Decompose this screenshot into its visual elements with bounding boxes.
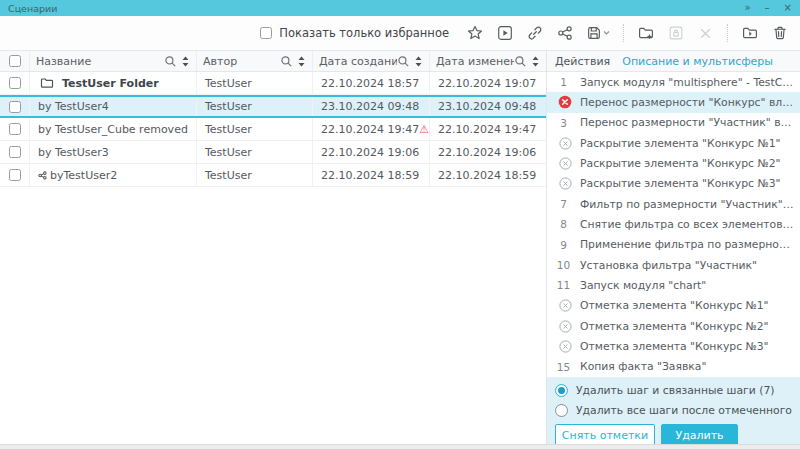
action-step[interactable]: 15 Копия факта "Заявка" xyxy=(547,357,800,377)
scenarios-table: Название Автор Дата создания xyxy=(0,50,546,444)
step-text: Применение фильтра по размерности "" xyxy=(580,238,794,251)
action-step[interactable]: 8 Снятие фильтра со всех элементов разме… xyxy=(547,214,800,234)
search-icon[interactable] xyxy=(514,55,527,68)
row-checkbox[interactable] xyxy=(9,77,21,89)
new-folder-icon[interactable] xyxy=(637,25,654,42)
toolbar-separator xyxy=(727,24,728,42)
step-skip-icon[interactable] xyxy=(559,157,572,170)
favorites-checkbox[interactable] xyxy=(260,27,272,39)
step-number: 8 xyxy=(555,218,572,230)
select-all-checkbox[interactable] xyxy=(9,55,21,67)
action-step[interactable]: 10 Установка фильтра "Участник" xyxy=(547,255,800,275)
run-scenario-icon[interactable] xyxy=(496,25,513,42)
radio-button[interactable] xyxy=(555,384,568,397)
action-step[interactable]: 9 Применение фильтра по размерности "" xyxy=(547,235,800,255)
row-modified: 22.10.2024 18:59 xyxy=(438,169,536,182)
action-step[interactable]: Отметка элемента "Конкурс №1" xyxy=(547,296,800,316)
radio-label: Удалить все шаги после отмеченного xyxy=(576,404,792,417)
minimize-icon[interactable]: – xyxy=(765,3,770,13)
star-icon[interactable] xyxy=(466,25,483,42)
action-step[interactable]: Отметка элемента "Конкурс №3" xyxy=(547,336,800,356)
tab-actions[interactable]: Действия xyxy=(555,55,610,68)
delete-trash-icon[interactable] xyxy=(771,25,788,42)
row-checkbox[interactable] xyxy=(9,123,21,135)
delete-options: Удалить шаг и связанные шаги (7) Удалить… xyxy=(547,380,800,420)
toolbar: Показать только избранное xyxy=(0,16,800,50)
radio-button[interactable] xyxy=(555,404,568,417)
share-icon[interactable] xyxy=(556,25,573,42)
row-modified: 23.10.2024 09:48 xyxy=(438,100,536,113)
shared-icon xyxy=(38,171,47,180)
row-created: 22.10.2024 19:06 xyxy=(321,146,419,159)
sort-icon[interactable] xyxy=(531,55,540,68)
tab-description-multispheres[interactable]: Описание и мультисферы xyxy=(622,55,773,68)
row-checkbox[interactable] xyxy=(9,101,21,113)
action-step[interactable]: 3 Перенос размерности "Участник" влево xyxy=(547,113,800,133)
column-header-modified[interactable]: Дата изменения xyxy=(430,51,546,71)
favorites-label: Показать только избранное xyxy=(279,26,449,40)
step-text: Отметка элемента "Конкурс №3" xyxy=(580,340,769,353)
step-marked-icon[interactable] xyxy=(558,95,572,109)
table-body: TestUser Folder TestUser 22.10.2024 18:5… xyxy=(0,72,546,187)
action-step[interactable]: Раскрытие элемента "Конкурс №3" xyxy=(547,174,800,194)
step-text: Копия факта "Заявка" xyxy=(580,360,706,373)
sort-icon[interactable] xyxy=(181,55,190,68)
column-header-created[interactable]: Дата создания xyxy=(313,51,430,71)
table-row[interactable]: TestUser Folder TestUser 22.10.2024 18:5… xyxy=(0,72,546,95)
step-skip-icon[interactable] xyxy=(559,177,572,190)
search-icon[interactable] xyxy=(280,55,293,68)
delete-option[interactable]: Удалить шаг и связанные шаги (7) xyxy=(547,380,800,400)
row-checkbox[interactable] xyxy=(9,146,21,158)
save-icon[interactable] xyxy=(586,25,610,42)
step-skip-icon[interactable] xyxy=(559,137,572,150)
lock-icon[interactable] xyxy=(667,25,684,42)
titlebar: Сценарии » – × xyxy=(0,0,800,16)
sort-icon[interactable] xyxy=(297,55,306,68)
step-text: Запуск модуля "multisphere" - TestCubeAG xyxy=(580,76,794,89)
column-header-author[interactable]: Автор xyxy=(197,51,313,71)
table-row[interactable]: by TestUser4 TestUser 23.10.2024 09:48 2… xyxy=(0,95,546,118)
step-number: 15 xyxy=(555,361,572,373)
step-text: Раскрытие элемента "Конкурс №3" xyxy=(580,177,781,190)
row-created: 22.10.2024 19:47 xyxy=(321,123,419,136)
step-number: 7 xyxy=(555,198,572,210)
action-step[interactable]: 11 Запуск модуля "chart" xyxy=(547,275,800,295)
action-step[interactable]: Перенос размерности "Конкурс" влево xyxy=(547,92,800,112)
bottom-strip xyxy=(0,444,800,449)
action-step[interactable]: Отметка элемента "Конкурс №2" xyxy=(547,316,800,336)
step-skip-icon[interactable] xyxy=(559,299,572,312)
table-row[interactable]: by TestUser_Cube removed TestUser 22.10.… xyxy=(0,118,546,141)
cancel-x-icon[interactable] xyxy=(697,25,714,42)
favorites-filter[interactable]: Показать только избранное xyxy=(260,26,449,40)
step-number: 3 xyxy=(555,117,572,129)
window-title: Сценарии xyxy=(8,3,57,14)
expand-panel-icon[interactable]: » xyxy=(744,3,750,13)
row-author: TestUser xyxy=(205,146,252,159)
link-icon[interactable] xyxy=(526,25,543,42)
action-step[interactable]: 1 Запуск модуля "multisphere" - TestCube… xyxy=(547,72,800,92)
step-text: Отметка элемента "Конкурс №1" xyxy=(580,299,769,312)
step-text: Перенос размерности "Конкурс" влево xyxy=(580,96,794,109)
step-skip-icon[interactable] xyxy=(559,340,572,353)
footer-buttons: Снять отметки Удалить xyxy=(547,420,800,447)
delete-option[interactable]: Удалить все шаги после отмеченного xyxy=(547,400,800,420)
move-to-folder-icon[interactable] xyxy=(741,25,758,42)
step-skip-icon[interactable] xyxy=(559,320,572,333)
step-number: 11 xyxy=(555,279,572,291)
close-icon[interactable]: × xyxy=(784,3,792,13)
table-row[interactable]: byTestUser2 TestUser 22.10.2024 18:59 22… xyxy=(0,164,546,187)
table-row[interactable]: by TestUser3 TestUser 22.10.2024 19:06 2… xyxy=(0,141,546,164)
row-created: 22.10.2024 18:57 xyxy=(321,77,419,90)
column-header-name[interactable]: Название xyxy=(30,51,197,71)
step-text: Раскрытие элемента "Конкурс №1" xyxy=(580,137,781,150)
search-icon[interactable] xyxy=(397,55,410,68)
search-icon[interactable] xyxy=(164,55,177,68)
row-checkbox[interactable] xyxy=(9,169,21,181)
sort-icon[interactable] xyxy=(414,55,423,68)
row-name: by TestUser4 xyxy=(38,100,109,113)
action-step[interactable]: Раскрытие элемента "Конкурс №1" xyxy=(547,133,800,153)
action-step[interactable]: Раскрытие элемента "Конкурс №2" xyxy=(547,153,800,173)
action-step[interactable]: 7 Фильтр по размерности "Участник" по па… xyxy=(547,194,800,214)
row-name: TestUser Folder xyxy=(62,77,159,90)
folder-icon xyxy=(40,76,54,90)
